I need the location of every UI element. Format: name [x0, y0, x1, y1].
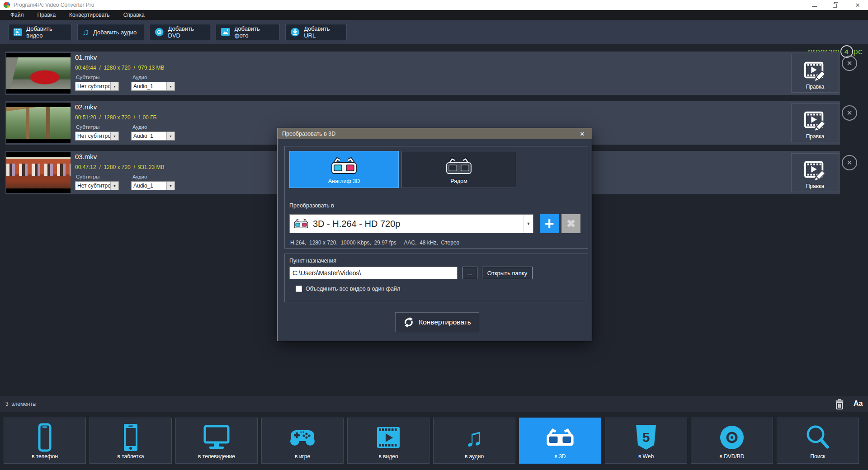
anaglyph-glasses-icon [293, 218, 309, 229]
menu-item-help[interactable]: Справка [117, 10, 151, 20]
add-dvd-button[interactable]: Добавить DVD [150, 24, 210, 40]
subtitles-label: Субтитры [76, 124, 99, 130]
file-row-1[interactable]: 01.mkv 00:49:44 / 1280 x 720 / 979,13 MB… [5, 52, 840, 95]
add-preset-button[interactable]: + [540, 214, 559, 233]
dialog-close-button[interactable]: ✕ [576, 128, 588, 139]
clear-list-button[interactable] [835, 399, 844, 412]
html5-icon: 5 [605, 423, 687, 452]
audio-value: Audio_1 [132, 132, 166, 140]
chevron-down-icon[interactable]: ▼ [110, 82, 118, 90]
audio-select[interactable]: Audio_1 ▼ [131, 132, 175, 141]
chevron-down-icon[interactable]: ▼ [524, 215, 533, 233]
tab-to-audio[interactable]: ♫ в аудио [433, 418, 515, 464]
add-dvd-icon [155, 27, 164, 37]
film-icon [348, 423, 429, 452]
close-button[interactable]: ✕ [849, 0, 867, 10]
statusbar: 3 элементы Aa [0, 396, 868, 412]
file-name: 01.mkv [75, 53, 97, 61]
svg-text:5: 5 [642, 430, 650, 445]
add-audio-button[interactable]: ♫ Добавить аудио [77, 24, 144, 40]
chevron-down-icon[interactable]: ▼ [166, 182, 175, 190]
tab-search[interactable]: Поиск [777, 418, 859, 464]
window-title: Program4Pc Video Converter Pro [14, 0, 94, 10]
add-url-label: Добавить URL [304, 25, 342, 39]
tab-to-dvd[interactable]: в DVD/BD [691, 418, 773, 464]
chevron-down-icon[interactable]: ▼ [166, 82, 175, 90]
audio-label: Аудио [132, 174, 147, 179]
tab-to-game[interactable]: в игре [261, 418, 344, 464]
audio-value: Audio_1 [132, 182, 166, 190]
add-video-button[interactable]: Добавить видео [8, 24, 72, 40]
tab-to-phone[interactable]: в телефон [4, 418, 86, 464]
remove-preset-button[interactable]: ✖ [561, 214, 580, 233]
convert-to-label: Преобразовать в [289, 202, 334, 209]
tab-label: в видео [348, 453, 429, 460]
edit-video-button[interactable]: Правка [791, 103, 839, 142]
items-count: 3 элементы [5, 396, 37, 412]
add-url-button[interactable]: Добавить URL [285, 24, 347, 40]
video-thumbnail-2 [6, 103, 71, 143]
add-photo-label: добавить фото [235, 25, 275, 39]
window-titlebar: Program4Pc Video Converter Pro ✕ [0, 0, 868, 10]
tab-to-video[interactable]: в видео [347, 418, 429, 464]
merge-checkbox[interactable] [296, 286, 302, 292]
file-meta: 00:51:20 / 1280 x 720 / 1.00 ГБ [75, 114, 157, 121]
edit-label: Правка [806, 183, 825, 189]
tab-to-tablet[interactable]: в таблетка [90, 418, 172, 464]
film-edit-icon [804, 159, 826, 182]
chevron-down-icon[interactable]: ▼ [110, 182, 118, 190]
destination-path-input[interactable] [289, 267, 458, 279]
film-edit-icon [804, 60, 826, 82]
file-meta: 00:47:12 / 1280 x 720 / 931,23 MB [75, 164, 164, 170]
tab-to-3d[interactable]: в 3D [519, 418, 601, 464]
video-thumbnail-1 [6, 53, 71, 94]
audio-select[interactable]: Audio_1 ▼ [131, 82, 175, 91]
mode-anaglyph-button[interactable]: Анаглиф 3D [289, 151, 399, 188]
add-audio-icon: ♫ [82, 28, 89, 37]
glasses-3d-icon [519, 423, 601, 452]
add-photo-button[interactable]: добавить фото [216, 24, 280, 40]
app-window: { "window": { "title": "Program4Pc Video… [0, 0, 868, 470]
destination-panel: Пункт назначения ... Открыть папку Объед… [284, 254, 588, 302]
font-size-toggle[interactable]: Aa [854, 400, 863, 408]
remove-file-button-2[interactable]: ✕ [842, 105, 857, 121]
tab-label: в телефон [4, 453, 85, 460]
convert-button[interactable]: Конвертировать [395, 312, 479, 332]
edit-video-button[interactable]: Правка [791, 54, 839, 93]
preset-select[interactable]: 3D - H.264 - HD 720p ▼ [289, 214, 533, 233]
audio-label: Аудио [132, 75, 147, 80]
menu-item-convert[interactable]: Конвертировать [62, 10, 117, 20]
minimize-icon [812, 3, 817, 8]
subtitles-value: Нет субтитров [75, 182, 110, 190]
convert-label: Конвертировать [419, 318, 471, 326]
subtitles-select[interactable]: Нет субтитров ▼ [75, 132, 119, 141]
tab-label: в 3D [519, 453, 601, 460]
subtitles-select[interactable]: Нет субтитров ▼ [75, 82, 119, 91]
search-icon [777, 423, 859, 452]
restore-button[interactable] [826, 0, 844, 10]
gamepad-icon [262, 423, 343, 452]
mode-preset-panel: Анаглиф 3D Рядом Преобразовать в [284, 146, 588, 249]
tab-to-tv[interactable]: в телевидение [175, 418, 258, 464]
remove-file-button-1[interactable]: ✕ [842, 56, 857, 71]
subtitles-value: Нет субтитров [75, 82, 110, 90]
menu-item-edit[interactable]: Правка [31, 10, 63, 20]
preset-value: 3D - H.264 - HD 720p [313, 219, 519, 229]
menu-item-file[interactable]: Файл [4, 10, 31, 20]
subtitles-select[interactable]: Нет субтитров ▼ [75, 181, 119, 190]
tablet-icon [90, 423, 171, 452]
mode-side-by-side-button[interactable]: Рядом [401, 151, 516, 188]
minimize-button[interactable] [805, 0, 823, 10]
tab-label: в DVD/BD [691, 453, 773, 460]
open-folder-button[interactable]: Открыть папку [482, 267, 533, 279]
chevron-down-icon[interactable]: ▼ [166, 132, 175, 140]
file-name: 02.mkv [75, 103, 97, 111]
tab-to-web[interactable]: 5 в Web [605, 418, 687, 464]
add-video-label: Добавить видео [26, 25, 67, 39]
chevron-down-icon[interactable]: ▼ [110, 132, 118, 140]
edit-video-button[interactable]: Правка [791, 153, 839, 192]
audio-select[interactable]: Audio_1 ▼ [131, 181, 175, 190]
remove-file-button-3[interactable]: ✕ [842, 155, 857, 170]
browse-button[interactable]: ... [462, 267, 477, 279]
anaglyph-glasses-icon [330, 156, 358, 175]
